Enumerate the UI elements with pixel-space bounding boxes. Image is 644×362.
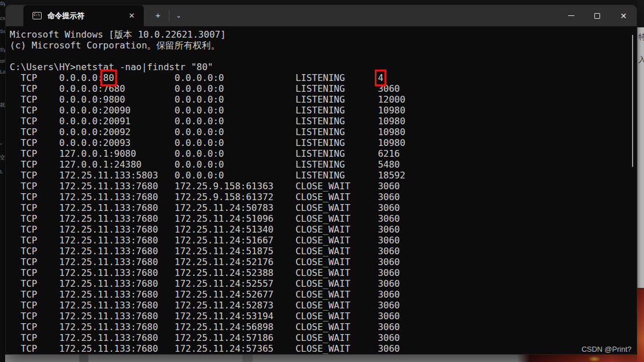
window-controls: ✕: [558, 5, 637, 26]
background-text-fragment: Sys: [0, 47, 5, 52]
background-text-fragment: °: [0, 143, 2, 148]
netstat-row: TCP 172.25.11.133:5803 0.0.0.0:0 LISTENI…: [10, 170, 637, 181]
netstat-row: TCP 0.0.0.0:9800 0.0.0.0:0 LISTENING 120…: [10, 94, 637, 105]
netstat-row: TCP 0.0.0.0:20093 0.0.0.0:0 LISTENING 10…: [10, 137, 637, 148]
netstat-row: TCP 172.25.11.133:7680 172.25.11.24:5255…: [10, 278, 637, 289]
tab-dropdown-icon[interactable]: ⌄: [170, 5, 187, 26]
background-text-fragment: L: [0, 169, 3, 174]
netstat-row: TCP 172.25.11.133:7680 172.25.11.24:5319…: [10, 311, 637, 322]
terminal-output[interactable]: Microsoft Windows [版本 10.0.22621.3007](c…: [6, 26, 637, 354]
tab-command-prompt[interactable]: 命令提示符 ✕: [23, 5, 144, 26]
netstat-row: TCP 172.25.11.133:7680 172.25.11.24:5109…: [10, 213, 637, 224]
cmd-icon: [33, 12, 42, 19]
maximize-icon: [594, 13, 600, 19]
background-text-fragment: Se: [0, 29, 5, 34]
background-bottom-square-2: [242, 355, 253, 362]
tab-title: 命令提示符: [47, 11, 125, 21]
background-text-fragment: Sys: [0, 1, 5, 6]
terminal-window: 命令提示符 ✕ + ⌄ ✕ Microsoft Windows [版本 10.0…: [5, 5, 637, 355]
maximize-button[interactable]: [584, 5, 610, 26]
background-right-dark: [637, 0, 644, 27]
background-right-light-window: 特入: [637, 27, 644, 288]
terminal-command-line: C:\Users\HY>netstat -nao|findstr "80": [10, 62, 637, 72]
background-window-left-sliver: SyscsSeSysorkLa就°交L: [0, 0, 5, 362]
netstat-row: TCP 0.0.0.0:7680 0.0.0.0:0 LISTENING 306…: [10, 83, 637, 94]
highlight-box-pid-4: 4: [378, 72, 383, 83]
netstat-row: TCP 172.25.11.133:7680 172.25.11.24:5238…: [10, 267, 637, 278]
terminal-blank-line: [10, 51, 637, 62]
close-icon: ✕: [620, 11, 627, 21]
netstat-row: TCP 172.25.11.133:7680 172.25.11.24:5166…: [10, 235, 637, 246]
background-bottom-strip: [5, 355, 637, 362]
tab-close-icon[interactable]: ✕: [125, 10, 138, 22]
netstat-row: TCP 172.25.11.133:7680 172.25.9.158:6137…: [10, 192, 637, 202]
terminal-intro-line: Microsoft Windows [版本 10.0.22621.3007]: [10, 29, 637, 40]
background-text-fragment: ork: [0, 58, 5, 64]
background-bottom-square-1: [79, 355, 88, 362]
background-window-right-sliver: 特入: [637, 0, 644, 362]
netstat-row: TCP 0.0.0.0:20091 0.0.0.0:0 LISTENING 10…: [10, 116, 637, 127]
background-right-red-image: [637, 288, 644, 362]
background-text-fragment: cs: [0, 15, 5, 21]
netstat-row: TCP 0.0.0.0:80 0.0.0.0:0 LISTENING 4: [10, 72, 637, 83]
netstat-row: TCP 172.25.11.133:7680 172.25.11.24:5134…: [10, 224, 637, 235]
netstat-row: TCP 172.25.11.133:7680 172.25.11.24:5187…: [10, 246, 637, 257]
background-text-fragment: La: [0, 69, 5, 75]
terminal-intro-line: (c) Microsoft Corporation。保留所有权利。: [10, 40, 637, 51]
netstat-row: TCP 0.0.0.0:20092 0.0.0.0:0 LISTENING 10…: [10, 127, 637, 137]
netstat-row: TCP 127.0.0.1:9080 0.0.0.0:0 LISTENING 6…: [10, 148, 637, 159]
scrollbar-thumb[interactable]: [632, 35, 633, 167]
netstat-row: TCP 172.25.11.133:7680 172.25.11.24:5287…: [10, 300, 637, 311]
minimize-button[interactable]: [558, 5, 584, 26]
netstat-row: TCP 172.25.11.133:7680 172.25.11.24:5078…: [10, 202, 637, 213]
netstat-row: TCP 172.25.11.133:7680 172.25.11.24:5718…: [10, 332, 637, 343]
background-text-fragment: 入: [638, 55, 644, 65]
netstat-row: TCP 127.0.0.1:24380 0.0.0.0:0 LISTENING …: [10, 159, 637, 170]
netstat-row: TCP 172.25.11.133:7680 172.25.9.158:6136…: [10, 181, 637, 192]
new-tab-button[interactable]: +: [149, 5, 167, 26]
highlight-box-port-80: 80: [103, 72, 114, 83]
netstat-row: TCP 172.25.11.133:7680 172.25.11.24:5217…: [10, 257, 637, 267]
background-text-fragment: 特: [638, 32, 644, 42]
netstat-row: TCP 172.25.11.133:7680 172.25.11.24:5267…: [10, 289, 637, 300]
csdn-watermark: CSDN @Print?: [581, 345, 631, 353]
background-text-fragment: 交: [0, 154, 5, 161]
netstat-row: TCP 172.25.11.133:7680 172.25.11.24:5689…: [10, 322, 637, 332]
minimize-icon: [568, 15, 574, 16]
close-button[interactable]: ✕: [610, 5, 637, 26]
netstat-row: TCP 172.25.11.133:7680 172.25.11.24:5736…: [10, 343, 637, 354]
title-bar[interactable]: 命令提示符 ✕ + ⌄ ✕: [6, 5, 637, 26]
titlebar-divider: [169, 10, 169, 21]
background-text-fragment: 就: [0, 101, 5, 109]
background-bottom-yellow-glow: [588, 356, 601, 362]
netstat-row: TCP 0.0.0.0:20090 0.0.0.0:0 LISTENING 10…: [10, 105, 637, 116]
